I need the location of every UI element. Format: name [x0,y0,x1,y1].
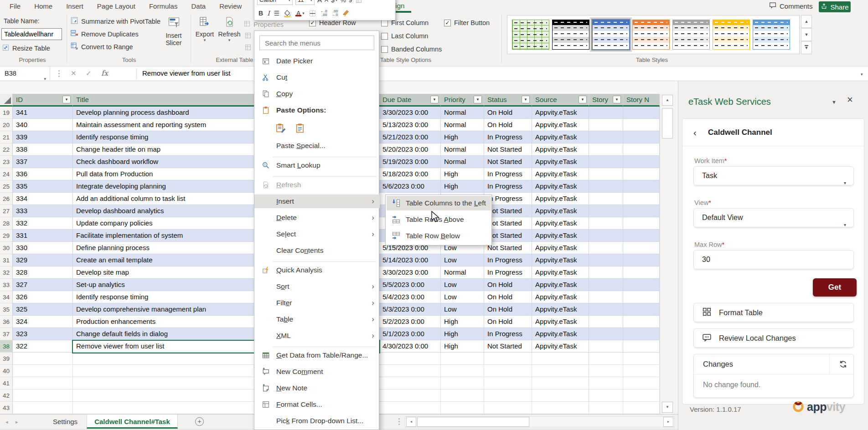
cell-story_n-38[interactable] [623,340,660,353]
cell-priority-20[interactable]: Normal [441,119,484,131]
row-header-40[interactable]: 40 [0,365,13,377]
submenu-item-table-columns-to-the-left[interactable]: Table Columns to the Left [387,196,491,210]
menu-item-sort[interactable]: Sort› [254,280,380,293]
table-name-input[interactable] [1,28,62,40]
cell-id-21[interactable]: 339 [13,131,73,143]
scroll-up-button[interactable]: ▲ [662,95,673,106]
cell-due-39[interactable] [379,353,441,365]
cell-id-35[interactable]: 325 [13,303,73,316]
menu-item-format-cells[interactable]: Format Cells... [254,398,380,411]
horizontal-scrollbar[interactable]: ◂ ▸ [405,416,675,427]
name-box[interactable]: B38 ▾ [0,67,50,81]
ribbon-tab-home[interactable]: Home [27,0,59,13]
comments-button[interactable]: Comments [769,1,813,11]
cell-story_n-21[interactable] [623,131,660,143]
cell-status-37[interactable]: In Progress [484,328,532,340]
cell-id-31[interactable]: 329 [13,254,73,266]
cell-source-30[interactable]: Appvity.eTask [532,242,589,254]
cell-due-38[interactable]: 4/30/2023 0:00 [379,340,441,353]
decrease-font-icon[interactable]: A [325,0,328,3]
cell-priority-22[interactable]: Normal [441,143,484,156]
cell-priority-37[interactable]: High [441,328,484,340]
cell-story-24[interactable] [589,168,623,180]
ribbon-tab-review[interactable]: Review [212,0,248,13]
cell-story-34[interactable] [589,291,623,303]
row-header-32[interactable]: 32 [0,266,13,279]
cell-source-24[interactable]: Appvity.eTask [532,168,589,180]
currency-format-icon[interactable]: $ ▾ [331,0,337,4]
cell-due-33[interactable]: 5/5/2023 0:00 [379,279,441,291]
cell-id-42[interactable] [13,389,73,402]
row-header-21[interactable]: 21 [0,131,13,143]
table-style-thumb-lightblue-header[interactable] [753,20,790,50]
cell-story_n-28[interactable] [623,217,660,230]
horizontal-scroll-thumb[interactable] [417,417,529,427]
cell-source-29[interactable]: Appvity.eTask [532,230,589,242]
menu-search-input[interactable] [259,36,374,50]
cell-due-37[interactable]: 5/1/2023 0:00 [379,328,441,340]
convert-to-range-button[interactable]: Convert to Range [70,42,133,51]
cell-status-33[interactable]: On Hold [484,279,532,291]
menu-item-smart-lookup[interactable]: Smart Lookup [254,159,380,172]
cell-priority-36[interactable]: High [441,316,484,328]
menu-item-insert[interactable]: Insert› [254,195,380,208]
back-chevron-icon[interactable]: ‹ [693,128,697,138]
cell-story-20[interactable] [589,119,623,131]
cell-priority-31[interactable]: Low [441,254,484,266]
cell-id-27[interactable]: 333 [13,205,73,217]
cell-due-31[interactable]: 5/14/2023 0:00 [379,254,441,266]
format-painter-icon[interactable] [342,9,350,17]
cell-story-42[interactable] [589,389,623,402]
style-option-filter-button[interactable]: ✓Filter Button [444,19,490,26]
cell-priority-33[interactable]: Low [441,279,484,291]
cell-story-27[interactable] [589,205,623,217]
refresh-button[interactable]: Refresh ▾ [217,16,242,42]
cell-story-28[interactable] [589,217,623,230]
comma-format-icon[interactable]: 9 [349,0,352,4]
cell-priority-34[interactable]: Low [441,291,484,303]
checkbox-icon[interactable] [381,46,388,53]
column-header-source[interactable]: Source▾ [532,94,589,107]
gallery-more-button[interactable]: ▼ [801,41,812,54]
cell-source-35[interactable]: Appvity.eTask [532,303,589,316]
row-header-20[interactable]: 20 [0,119,13,131]
ribbon-tab-insert[interactable]: Insert [59,0,90,13]
cell-story_n-27[interactable] [623,205,660,217]
cell-story-26[interactable] [589,193,623,205]
cell-status-22[interactable]: Not Started [484,143,532,156]
cell-source-34[interactable]: Appvity.eTask [532,291,589,303]
menu-item-get-data-from-table-range[interactable]: Get Data from Table/Range... [254,348,380,362]
cell-story_n-39[interactable] [623,353,660,365]
percent-format-icon[interactable]: % [340,0,346,4]
vertical-scroll-thumb[interactable] [662,108,673,138]
cell-id-28[interactable]: 332 [13,217,73,230]
cell-source-26[interactable]: Appvity.eTask [532,193,589,205]
cell-story_n-24[interactable] [623,168,660,180]
menu-item-refresh[interactable]: Refresh [254,178,380,192]
row-header-31[interactable]: 31 [0,254,13,266]
filter-button-status[interactable]: ▾ [522,96,530,103]
row-header-24[interactable]: 24 [0,168,13,180]
tab-bar-grip[interactable] [398,421,400,422]
style-option-last-column[interactable]: Last Column [381,32,428,40]
cell-story-19[interactable] [589,107,623,119]
filter-button-story[interactable]: ▾ [613,96,621,103]
enter-icon[interactable]: ✓ [86,69,92,77]
cell-story-38[interactable] [589,340,623,353]
menu-item-paste-special[interactable]: Paste Special... [254,139,380,153]
cell-due-43[interactable] [379,402,441,414]
cell-source-21[interactable]: Appvity.eTask [532,131,589,143]
max-row-input[interactable]: 30 [693,250,854,269]
menu-item-new-note[interactable]: New Note [254,381,380,395]
cell-story-25[interactable] [589,180,623,193]
cell-story_n-32[interactable] [623,266,660,279]
review-local-changes-button[interactable]: Review Local Changes [693,328,854,348]
cell-source-38[interactable]: Appvity.eTask [532,340,589,353]
menu-item-paste-options[interactable]: Paste Options: [254,103,380,117]
cell-priority-43[interactable] [441,402,484,414]
cell-priority-38[interactable]: High [441,340,484,353]
font-name-select[interactable]: Calibri ▾ [257,0,293,5]
cell-source-31[interactable]: Appvity.eTask [532,254,589,266]
cell-id-26[interactable]: 334 [13,193,73,205]
cell-status-21[interactable]: In Progress [484,131,532,143]
